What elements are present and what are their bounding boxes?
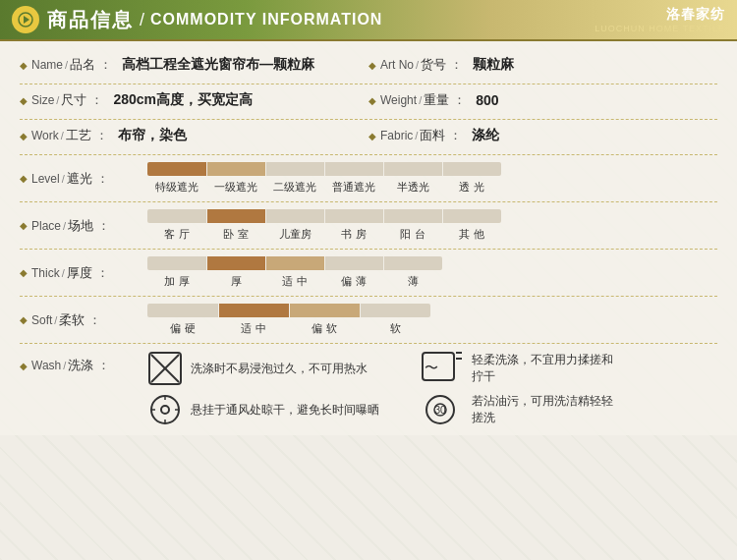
soft-scale: 偏 硬 适 中 偏 软 软 [147,304,430,336]
fabric-value: 涤纶 [472,127,499,144]
weight-label-cn: 重量 [424,91,449,109]
soft-label-0: 偏 硬 [147,321,218,336]
level-label-0: 特级遮光 [147,180,206,195]
level-label-en: Level [31,172,60,186]
place-label-en: Place [31,219,61,233]
place-label-2: 儿童房 [265,227,324,242]
level-label-5: 透 光 [442,180,501,195]
size-value: 280cm高度，买宽定高 [113,91,253,109]
row-work-fabric: ◆ Work / 工艺 ： 布帘，染色 ◆ Fabric / 面料 ： 涤纶 [20,120,717,155]
name-label-cn: 品名 [70,56,95,74]
row-size-weight: ◆ Size / 尺寸 ： 280cm高度，买宽定高 ◆ Weight / 重量… [20,84,717,120]
place-label-0: 客 厅 [147,227,206,242]
place-label-cn: 场地 [68,217,93,235]
logo-cn: 洛春家纺 [595,6,725,24]
thick-scale: 加 厚 厚 适 中 偏 薄 薄 [147,256,442,289]
place-label-4: 阳 台 [383,227,442,242]
row-wash: ◆ Wash / 洗涤 ： 洗涤时不易浸泡过久，不可用热水 [20,344,717,427]
size-label-cn: 尺寸 [61,91,86,109]
diamond-work: ◆ [20,131,28,141]
place-label-5: 其 他 [442,227,501,242]
wash-icon-cross [147,351,183,386]
soft-label-cn: 柔软 [59,311,85,329]
level-label-2: 二级遮光 [265,180,324,195]
wash-label-en: Wash [31,359,61,372]
row-name-artno: ◆ Name / 品名 ： 高档工程全遮光窗帘布—颗粒麻 ◆ Art No / … [20,49,717,84]
level-label-cn: 遮光 [67,170,92,188]
size-label-en: Size [31,93,54,107]
name-value: 高档工程全遮光窗帘布—颗粒麻 [122,56,314,74]
wash-icon-hang [147,392,183,427]
svg-point-9 [151,396,179,423]
weight-label-en: Weight [380,93,417,107]
row-level: ◆ Level / 遮光 ： 特级遮光 一级遮光 [20,155,717,202]
thick-label-3: 偏 薄 [324,274,383,289]
diamond-weight: ◆ [368,95,376,106]
diamond-size: ◆ [20,95,28,106]
svg-marker-1 [24,16,29,24]
logo-en: LUOCHUN HOME TEXTILE [595,24,725,33]
content-area: ◆ Name / 品名 ： 高档工程全遮光窗帘布—颗粒麻 ◆ Art No / … [0,41,737,435]
header-slash: / [140,10,144,30]
thick-label-cn: 厚度 [67,264,92,282]
level-label-3: 普通遮光 [324,180,383,195]
field-name: ◆ Name / 品名 ： 高档工程全遮光窗帘布—颗粒麻 [20,56,368,74]
fabric-label-en: Fabric [380,129,413,142]
main-container: 商品信息 / COMMODITY INFORMATION 洛春家纺 LUOCHU… [0,0,737,560]
place-label-1: 卧 室 [206,227,265,242]
weight-value: 800 [476,92,498,108]
soft-label-3: 软 [360,321,430,336]
diamond-name: ◆ [20,60,28,71]
soft-label-1: 适 中 [218,321,289,336]
field-work: ◆ Work / 工艺 ： 布帘，染色 [20,127,368,144]
level-label-4: 半透光 [383,180,442,195]
thick-label-en: Thick [31,266,60,280]
level-scale: 特级遮光 一级遮光 二级遮光 普通遮光 半透光 透 光 [147,162,501,195]
svg-text:〜: 〜 [425,360,438,375]
thick-label-1: 厚 [206,274,265,289]
header-title-en: COMMODITY INFORMATION [150,11,382,28]
work-label-en: Work [31,129,59,142]
header-icon [12,6,39,33]
header-bar: 商品信息 / COMMODITY INFORMATION 洛春家纺 LUOCHU… [0,0,737,41]
field-fabric: ◆ Fabric / 面料 ： 涤纶 [368,127,717,144]
diamond-artno: ◆ [368,60,376,71]
field-size: ◆ Size / 尺寸 ： 280cm高度，买宽定高 [20,91,368,109]
artno-label-cn: 货号 [421,56,446,74]
field-weight: ◆ Weight / 重量 ： 800 [368,91,717,109]
diamond-fabric: ◆ [368,131,376,141]
row-place: ◆ Place / 场地 ： 客 厅 卧 室 儿童房 [20,202,717,250]
place-scale: 客 厅 卧 室 儿童房 书 房 阳 台 其 他 [147,209,501,242]
thick-label-4: 薄 [383,274,442,289]
wash-label-cn: 洗涤 [68,357,93,374]
work-label-cn: 工艺 [66,127,91,144]
field-artno: ◆ Art No / 货号 ： 颗粒麻 [368,56,717,74]
soft-label-en: Soft [31,313,52,327]
thick-label-2: 适 中 [265,274,324,289]
place-label-3: 书 房 [324,227,383,242]
name-label-en: Name [31,58,63,72]
work-value: 布帘，染色 [118,127,187,144]
wash-icon-gentle: 〜 [421,351,464,386]
svg-text:30: 30 [434,405,446,416]
soft-label-2: 偏 软 [289,321,360,336]
wash-text-2: 轻柔洗涤，不宜用力揉搓和拧干 [472,352,623,385]
svg-point-10 [161,406,169,414]
artno-label-en: Art No [380,58,414,72]
row-thick: ◆ Thick / 厚度 ： 加 厚 厚 适 中 偏 薄 [20,250,717,297]
wash-text-3: 悬挂于通风处晾干，避免长时间曝晒 [191,402,393,419]
level-label-1: 一级遮光 [206,180,265,195]
thick-label-0: 加 厚 [147,274,206,289]
header-title-cn: 商品信息 [47,7,134,33]
row-soft: ◆ Soft / 柔软 ： 偏 硬 适 中 偏 软 软 [20,297,717,344]
wash-icon-scrub: 30 [421,392,464,427]
wash-text-4: 若沾油污，可用洗洁精轻轻搓洗 [472,393,623,426]
brand-logo: 洛春家纺 LUOCHUN HOME TEXTILE [595,6,725,33]
wash-text-1: 洗涤时不易浸泡过久，不可用热水 [191,361,393,377]
wash-content: 洗涤时不易浸泡过久，不可用热水 〜 轻柔洗涤，不宜用力揉搓和拧干 [147,351,623,427]
artno-value: 颗粒麻 [473,56,514,74]
fabric-label-cn: 面料 [420,127,445,144]
